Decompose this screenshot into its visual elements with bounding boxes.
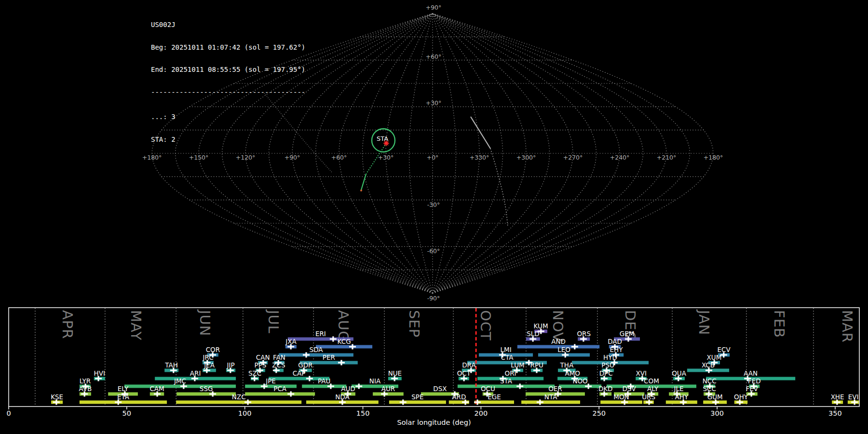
shower-label: AUD: [341, 385, 355, 393]
x-tick-label: 200: [475, 409, 488, 417]
peak-marker: [287, 392, 294, 397]
shower-label: SDA: [310, 346, 324, 353]
shower-bar: [176, 401, 301, 404]
shower-label: NZC: [232, 393, 246, 401]
equator-longitude-label: +240°: [610, 154, 630, 161]
equator-longitude-label: +0°: [427, 154, 439, 161]
shower-label: DRA: [462, 361, 476, 369]
shower-label: LMI: [500, 346, 511, 353]
radiant-sky-map: +180°+150°+120°+90°+60°+30°+0°+330°+300°…: [0, 0, 868, 304]
shower-label: JXA: [285, 338, 297, 345]
shower-bar: [458, 385, 555, 388]
shower-label: QUA: [672, 369, 687, 377]
shower-label: COR: [206, 346, 220, 353]
equator-longitude-label: +300°: [516, 154, 536, 161]
latitude-label: -60°: [427, 247, 440, 255]
shower-label: JPE: [265, 377, 276, 385]
shower-bar: [124, 385, 236, 388]
shower-label: COM: [644, 377, 659, 385]
shower-label: SSG: [200, 385, 213, 393]
shower-label: OCU: [481, 385, 495, 393]
x-tick-label: 250: [592, 409, 606, 417]
radiant-label: STA: [377, 135, 388, 142]
shower-bar: [80, 401, 167, 404]
shower-label: AHY: [675, 393, 689, 401]
shower-label: DKD: [598, 385, 613, 393]
equator-longitude-label: +150°: [189, 154, 209, 161]
radiant-trail-solid: [361, 174, 366, 190]
shower-label: NUE: [388, 369, 402, 377]
shower-bar: [316, 345, 372, 349]
month-label: FEB: [771, 310, 787, 338]
shower-label: KSE: [51, 393, 63, 401]
latitude-label: -90°: [427, 295, 440, 302]
shower-label: AAN: [744, 369, 758, 377]
shower-label: AMO: [565, 369, 580, 377]
shower-label: XVI: [636, 369, 646, 377]
shower-label: ARI: [190, 369, 201, 377]
meteor-track-solid: [471, 117, 490, 149]
shower-label: DSX: [433, 385, 447, 393]
equator-longitude-label: +180°: [704, 154, 723, 161]
x-tick-label: 300: [710, 409, 724, 417]
observation-info-panel: US002J Beg: 20251011 01:07:42 (sol = 197…: [151, 6, 305, 151]
shower-label: NIA: [369, 377, 381, 385]
shower-label: PSU: [601, 361, 614, 369]
peak-marker: [306, 376, 313, 381]
peak-marker: [338, 360, 345, 366]
shower-label: FAN: [273, 353, 285, 361]
begin-time-line: Beg: 20251011 01:07:42 (sol = 197.62°): [151, 44, 305, 52]
shower-label: OER: [548, 385, 562, 393]
shower-label: TAH: [164, 361, 178, 369]
shower-label: FEV: [746, 385, 759, 393]
shower-label: DPC: [599, 369, 613, 377]
shower-label: KCG: [338, 338, 351, 345]
shower-label: EHY: [610, 346, 624, 353]
shower-label: KUM: [534, 322, 548, 330]
trail-end-dot: [360, 190, 362, 191]
shower-label: OHY: [734, 393, 748, 401]
shower-label: CAN: [256, 353, 270, 361]
peak-marker: [516, 384, 523, 389]
shower-label: GUM: [707, 393, 723, 401]
equator-longitude-label: +210°: [657, 154, 677, 161]
shower-label: DAD: [608, 338, 622, 345]
peak-marker: [571, 344, 578, 350]
equator-longitude-label: +330°: [470, 154, 489, 161]
shower-label: LUM: [511, 361, 524, 369]
shower-bar: [176, 393, 236, 396]
grid-meridian: [433, 14, 713, 293]
grid-meridian: [363, 14, 433, 293]
month-label: APR: [59, 310, 76, 339]
shower-bar: [389, 401, 446, 404]
month-label: SEP: [406, 310, 422, 338]
end-time-line: End: 20251011 08:55:55 (sol = 197.95°): [151, 66, 305, 74]
shower-label: PER: [323, 353, 335, 361]
shower-label: HVI: [94, 369, 105, 377]
shower-activity-timeline: APRMAYJUNJULAUGSEPOCTNOVDECJANFEBMARKSEL…: [0, 304, 868, 434]
shower-bar: [245, 385, 297, 388]
shower-label: AVB: [79, 385, 92, 393]
shower-label: EGE: [488, 393, 501, 401]
equator-longitude-label: +90°: [285, 154, 300, 161]
equator-longitude-label: +180°: [142, 154, 162, 161]
equator-longitude-label: +270°: [563, 154, 583, 161]
shower-label: ERI: [315, 330, 326, 338]
shower-label: JIP: [227, 361, 235, 369]
sporadic-count: ...: 3: [151, 113, 305, 121]
shower-label: PAU: [318, 377, 330, 385]
equator-longitude-label: +60°: [331, 154, 347, 161]
shower-label: SCC: [703, 385, 716, 393]
station-code: US002J: [151, 21, 305, 29]
month-label: MAR: [839, 310, 855, 343]
latitude-label: +90°: [426, 4, 442, 11]
grid-meridian: [433, 14, 620, 293]
month-label: OCT: [477, 310, 494, 341]
month-label: JUL: [265, 309, 282, 334]
shower-bar: [373, 393, 404, 396]
x-tick-label: 0: [6, 409, 11, 417]
shower-label: XHE: [831, 393, 844, 401]
shower-label: NOO: [572, 377, 587, 385]
peak-marker: [303, 353, 310, 358]
shower-label: JEA: [203, 361, 215, 369]
